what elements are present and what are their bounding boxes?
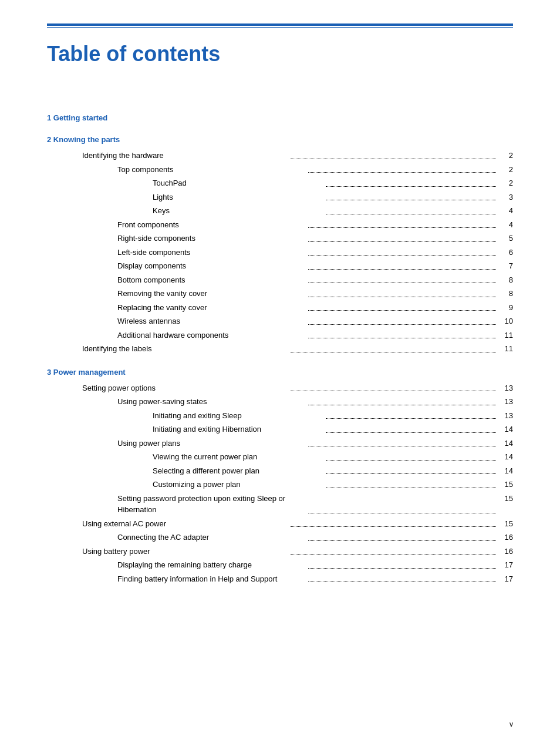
toc-entry-text: Using power plans	[117, 438, 306, 449]
toc-entry-dots	[326, 451, 497, 461]
toc-entry: Removing the vanity cover8	[47, 288, 513, 300]
toc-entry: Identifying the labels11	[47, 343, 513, 355]
page-footer: v	[510, 720, 513, 728]
toc-entry-text: Right-side components	[117, 233, 306, 244]
toc-container: 1 Getting started2 Knowing the partsIden…	[47, 113, 513, 584]
top-border-thick	[47, 23, 513, 26]
toc-entry-text: Initiating and exiting Sleep	[153, 410, 323, 422]
toc-entry-dots	[326, 177, 497, 187]
toc-entry-page: 15	[498, 479, 513, 490]
toc-entry-text: Keys	[153, 205, 323, 217]
toc-entry-page: 14	[498, 438, 513, 449]
toc-entry-dots	[308, 219, 497, 228]
toc-entry: Using battery power16	[47, 546, 513, 557]
toc-entry-dots	[326, 465, 497, 475]
toc-entry-text: Left-side components	[117, 247, 306, 258]
toc-entry-page: 8	[498, 288, 513, 300]
toc-entry-text: Additional hardware components	[117, 330, 306, 341]
toc-entry-text: Lights	[153, 191, 323, 203]
toc-entry-page: 4	[498, 219, 513, 231]
toc-entry: Top components2	[47, 164, 513, 176]
toc-entry-page: 3	[498, 191, 513, 203]
toc-entry-text: Viewing the current power plan	[153, 451, 323, 463]
toc-entry: Displaying the remaining battery charge1…	[47, 559, 513, 571]
toc-entry: TouchPad2	[47, 177, 513, 189]
toc-entry-page: 5	[498, 233, 513, 244]
toc-entry: Viewing the current power plan14	[47, 451, 513, 463]
toc-entry-dots	[308, 302, 497, 311]
toc-entry-dots	[326, 205, 497, 214]
toc-entry-text: Customizing a power plan	[153, 479, 323, 490]
toc-entry: Display components7	[47, 260, 513, 272]
toc-entry-text: Front components	[117, 219, 306, 231]
toc-entry-text: Setting password protection upon exiting…	[117, 493, 306, 516]
toc-entry-dots	[291, 343, 497, 352]
toc-entry-page: 7	[498, 260, 513, 272]
toc-entry-dots	[308, 330, 497, 339]
toc-entry: Customizing a power plan15	[47, 479, 513, 490]
toc-entry-page: 15	[498, 493, 513, 516]
toc-entry-text: Using battery power	[82, 546, 288, 557]
toc-entry-page: 14	[498, 465, 513, 477]
chapter-1-heading: 1 Getting started	[47, 113, 513, 122]
toc-entry: Lights3	[47, 191, 513, 203]
toc-entry-page: 11	[498, 330, 513, 341]
toc-entry-dots	[326, 191, 497, 201]
toc-entry: Using external AC power15	[47, 518, 513, 530]
toc-entry-dots	[308, 532, 497, 541]
toc-entry-page: 8	[498, 274, 513, 286]
toc-entry-page: 13	[498, 410, 513, 422]
toc-entry-text: Selecting a different power plan	[153, 465, 323, 477]
toc-entry-text: Displaying the remaining battery charge	[117, 559, 306, 571]
toc-entry-page: 13	[498, 382, 513, 394]
toc-entry: Finding battery information in Help and …	[47, 573, 513, 585]
toc-entry-page: 6	[498, 247, 513, 258]
toc-entry-dots	[291, 382, 497, 392]
toc-entry: Keys4	[47, 205, 513, 217]
toc-entry: Initiating and exiting Sleep13	[47, 410, 513, 422]
toc-entry-page: 2	[498, 164, 513, 176]
toc-entry-dots	[291, 546, 497, 555]
toc-entry-dots	[326, 410, 497, 419]
toc-entry: Selecting a different power plan14	[47, 465, 513, 477]
toc-entry-dots	[308, 573, 497, 583]
toc-entry: Bottom components8	[47, 274, 513, 286]
toc-entry-text: Connecting the AC adapter	[117, 532, 306, 543]
toc-entry-page: 9	[498, 302, 513, 314]
toc-entry-text: Finding battery information in Help and …	[117, 573, 306, 585]
toc-entry-dots	[308, 315, 497, 325]
toc-entry-page: 4	[498, 205, 513, 217]
toc-entry: Wireless antennas10	[47, 315, 513, 327]
toc-entry-dots	[308, 164, 497, 173]
toc-entry-page: 14	[498, 451, 513, 463]
toc-entry-dots	[308, 559, 497, 569]
toc-entry-dots	[326, 479, 497, 488]
toc-entry-dots	[308, 260, 497, 270]
toc-entry-dots	[308, 233, 497, 242]
chapter-2-heading: 2 Knowing the parts	[47, 135, 513, 144]
toc-entry: Replacing the vanity cover9	[47, 302, 513, 314]
toc-entry-page: 14	[498, 424, 513, 435]
toc-entry-dots	[308, 247, 497, 256]
page: Table of contents 1 Getting started2 Kno…	[0, 0, 560, 746]
toc-entry-page: 16	[498, 546, 513, 557]
toc-entry-page: 17	[498, 573, 513, 585]
toc-entry: Setting password protection upon exiting…	[47, 493, 513, 516]
toc-entry: Front components4	[47, 219, 513, 231]
toc-entry: Connecting the AC adapter16	[47, 532, 513, 543]
toc-entry-text: Top components	[117, 164, 306, 176]
page-title: Table of contents	[47, 42, 513, 66]
toc-entry-page: 2	[498, 150, 513, 162]
toc-entry-text: TouchPad	[153, 177, 323, 189]
toc-entry-text: Identifying the labels	[82, 343, 288, 355]
toc-entry-text: Using external AC power	[82, 518, 288, 530]
toc-entry-page: 16	[498, 532, 513, 543]
toc-entry-dots	[308, 493, 497, 513]
toc-entry: Left-side components6	[47, 247, 513, 258]
toc-entry-text: Replacing the vanity cover	[117, 302, 306, 314]
toc-entry-dots	[326, 424, 497, 433]
toc-entry: Setting power options13	[47, 382, 513, 394]
toc-entry-dots	[291, 518, 497, 527]
toc-entry-dots	[291, 150, 497, 159]
top-border-thin	[47, 27, 513, 28]
